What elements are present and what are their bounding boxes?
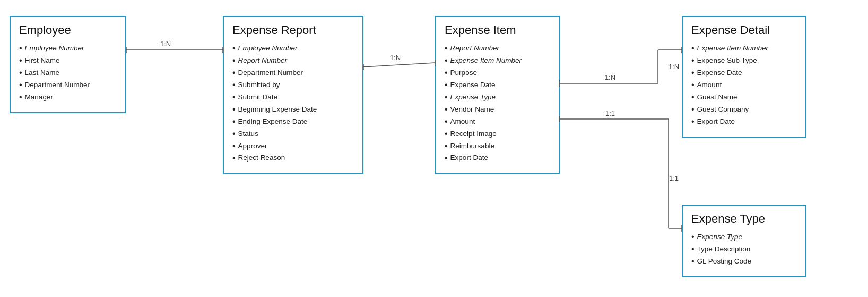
entity-expense-type-title: Expense Type [691, 212, 797, 226]
field-et-gl-posting-code: GL Posting Code [691, 256, 797, 268]
field-et-expense-type: Expense Type [691, 231, 797, 243]
entity-expense-report: Expense Report Employee Number Report Nu… [223, 16, 363, 174]
entity-expense-report-fields: Employee Number Report Number Department… [232, 43, 354, 164]
field-er-submitted-by: Submitted by [232, 79, 354, 91]
field-ei-report-number: Report Number [445, 43, 550, 55]
rel-label-1n-er-ei: 1:N [390, 54, 401, 62]
entity-expense-type-fields: Expense Type Type Description GL Posting… [691, 231, 797, 268]
field-ed-expense-date: Expense Date [691, 67, 797, 79]
field-last-name: Last Name [19, 67, 117, 79]
field-first-name: First Name [19, 55, 117, 67]
entity-employee: Employee Employee Number First Name Last… [10, 16, 126, 113]
field-er-submit-date: Submit Date [232, 91, 354, 104]
field-ei-expense-type: Expense Type [445, 91, 550, 104]
entity-expense-item: Expense Item Report Number Expense Item … [435, 16, 560, 174]
field-ei-amount: Amount [445, 116, 550, 128]
entity-expense-detail-fields: Expense Item Number Expense Sub Type Exp… [691, 43, 797, 128]
field-er-report-number: Report Number [232, 55, 354, 67]
entity-expense-report-title: Expense Report [232, 23, 354, 37]
field-er-approver: Approver [232, 140, 354, 152]
field-er-end-expense-date: Ending Expense Date [232, 116, 354, 128]
field-et-type-description: Type Description [691, 243, 797, 256]
field-ei-receipt-image: Receipt Image [445, 128, 550, 140]
field-department-number: Department Number [19, 79, 117, 91]
field-ed-guest-company: Guest Company [691, 104, 797, 116]
field-er-dept-number: Department Number [232, 67, 354, 79]
field-ed-item-number: Expense Item Number [691, 43, 797, 55]
field-manager: Manager [19, 91, 117, 104]
field-ei-purpose: Purpose [445, 67, 550, 79]
entity-employee-fields: Employee Number First Name Last Name Dep… [19, 43, 117, 104]
entity-expense-detail-title: Expense Detail [691, 23, 797, 37]
field-employee-number: Employee Number [19, 43, 117, 55]
field-er-status: Status [232, 128, 354, 140]
entity-expense-item-fields: Report Number Expense Item Number Purpos… [445, 43, 550, 164]
field-ei-item-number: Expense Item Number [445, 55, 550, 67]
field-er-employee-number: Employee Number [232, 43, 354, 55]
entity-expense-item-title: Expense Item [445, 23, 550, 37]
field-er-reject-reason: Reject Reason [232, 152, 354, 164]
entity-expense-detail: Expense Detail Expense Item Number Expen… [682, 16, 806, 138]
field-ed-guest-name: Guest Name [691, 91, 797, 104]
entity-expense-type: Expense Type Expense Type Type Descripti… [682, 205, 806, 277]
field-ed-amount: Amount [691, 79, 797, 91]
field-ei-expense-date: Expense Date [445, 79, 550, 91]
field-ei-reimbursable: Reimbursable [445, 140, 550, 152]
field-ei-export-date: Export Date [445, 152, 550, 164]
rel-label-1n-ei-et-top: 1:1 [605, 109, 615, 117]
field-ed-sub-type: Expense Sub Type [691, 55, 797, 67]
rel-label-1n-branch-et: 1:1 [669, 174, 679, 182]
field-ed-export-date: Export Date [691, 116, 797, 128]
rel-label-1n-emp-er: 1:N [160, 40, 171, 48]
rel-label-1n-ei-ed: 1:N [605, 73, 615, 81]
erd-diagram: Employee Employee Number First Name Last… [0, 0, 868, 297]
connector-er-to-ei [363, 63, 435, 67]
rel-label-1n-branch-ed: 1:N [669, 63, 679, 71]
field-ei-vendor-name: Vendor Name [445, 104, 550, 116]
field-er-beg-expense-date: Beginning Expense Date [232, 104, 354, 116]
entity-employee-title: Employee [19, 23, 117, 37]
